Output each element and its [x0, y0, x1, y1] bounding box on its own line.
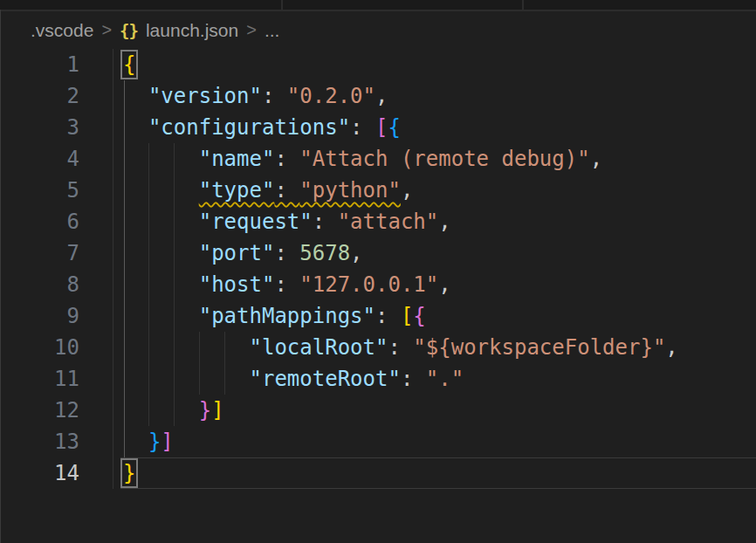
line-number[interactable]: 11	[0, 363, 79, 395]
editor[interactable]: 1{2 "version": "0.2.0",3 "configurations…	[0, 49, 756, 543]
code-line-2[interactable]: 2 "version": "0.2.0",	[0, 80, 756, 112]
code-text: "localRoot": "${workspaceFolder}",	[123, 332, 678, 363]
line-number[interactable]: 2	[0, 80, 79, 112]
line-number[interactable]: 4	[0, 143, 79, 175]
code-line-4[interactable]: 4 "name": "Attach (remote debug)",	[0, 143, 756, 175]
chevron-right-icon: >	[246, 20, 257, 40]
code-line-12[interactable]: 12 }]	[0, 395, 756, 426]
breadcrumb-symbol[interactable]: ...	[265, 20, 280, 41]
line-number[interactable]: 9	[0, 300, 79, 332]
line-number[interactable]: 12	[0, 395, 79, 426]
tab-separator	[522, 0, 524, 10]
code-line-9[interactable]: 9 "pathMappings": [{	[0, 300, 756, 332]
line-number[interactable]: 7	[0, 237, 79, 269]
chevron-right-icon: >	[101, 20, 112, 40]
code-text: "name": "Attach (remote debug)",	[123, 143, 602, 175]
code-lines: 1{2 "version": "0.2.0",3 "configurations…	[0, 49, 756, 489]
code-line-6[interactable]: 6 "request": "attach",	[0, 206, 756, 237]
line-number[interactable]: 13	[0, 426, 79, 457]
code-text: "type": "python",	[123, 175, 413, 206]
code-line-10[interactable]: 10 "localRoot": "${workspaceFolder}",	[0, 332, 756, 363]
tab-bar	[0, 0, 756, 11]
code-text: "port": 5678,	[123, 237, 363, 269]
code-text: {	[123, 49, 135, 80]
breadcrumb-folder[interactable]: .vscode	[31, 20, 93, 41]
tab-separator	[281, 0, 283, 10]
breadcrumb-file[interactable]: launch.json	[146, 20, 238, 41]
code-line-8[interactable]: 8 "host": "127.0.0.1",	[0, 269, 756, 300]
code-line-1[interactable]: 1{	[0, 49, 756, 80]
code-text: "version": "0.2.0",	[123, 80, 388, 112]
line-number[interactable]: 1	[0, 49, 79, 80]
breadcrumb: .vscode > {} launch.json > ...	[0, 11, 756, 49]
code-line-11[interactable]: 11 "remoteRoot": "."	[0, 363, 756, 395]
code-text: "remoteRoot": "."	[123, 363, 464, 395]
code-line-14[interactable]: 14}	[0, 457, 756, 489]
line-number[interactable]: 8	[0, 269, 79, 300]
code-text: }]	[123, 426, 174, 457]
code-line-13[interactable]: 13 }]	[0, 426, 756, 457]
code-text: "pathMappings": [{	[123, 300, 426, 332]
json-braces-icon: {}	[120, 21, 138, 40]
code-text: "request": "attach",	[123, 206, 451, 237]
code-line-3[interactable]: 3 "configurations": [{	[0, 112, 756, 143]
line-number[interactable]: 10	[0, 332, 79, 363]
code-text: "host": "127.0.0.1",	[123, 269, 451, 300]
code-text: }]	[123, 395, 224, 426]
vscode-editor-window: .vscode > {} launch.json > ... 1{2 "vers…	[0, 0, 756, 543]
code-line-5[interactable]: 5 "type": "python",	[0, 175, 756, 206]
code-line-7[interactable]: 7 "port": 5678,	[0, 237, 756, 269]
line-number[interactable]: 5	[0, 175, 79, 206]
line-number[interactable]: 6	[0, 206, 79, 237]
code-text: "configurations": [{	[123, 112, 401, 143]
line-number[interactable]: 3	[0, 112, 79, 143]
line-number[interactable]: 14	[0, 457, 79, 489]
code-text: }	[123, 457, 135, 489]
